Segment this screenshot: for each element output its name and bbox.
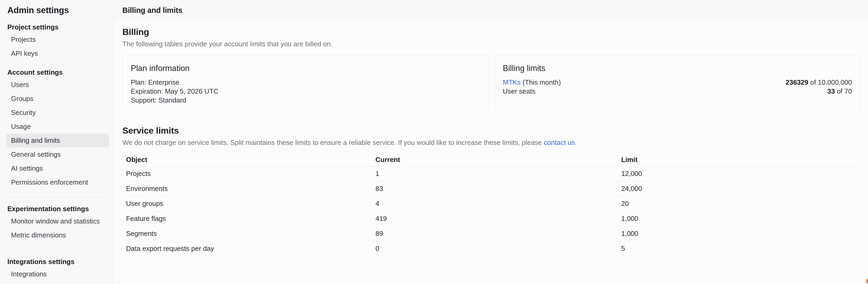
table-cell: 0: [375, 241, 621, 256]
sidebar-item-groups[interactable]: Groups: [6, 92, 109, 106]
sidebar-item-metric-dimensions[interactable]: Metric dimensions: [6, 228, 109, 242]
page-title: Billing and limits: [122, 6, 182, 15]
sidebar-item-billing-and-limits[interactable]: Billing and limits: [6, 134, 109, 147]
table-row-segments: Segments891,000: [126, 226, 860, 241]
table-cell: 89: [375, 226, 621, 241]
sidebar-item-monitor-window-and-statistics[interactable]: Monitor window and statistics: [6, 214, 109, 228]
billing-limit-rows: MTKs (This month)236329 of 10,000,000Use…: [503, 78, 852, 96]
sidebar-item-permissions-enforcement[interactable]: Permissions enforcement: [6, 175, 109, 189]
table-cell: Segments: [126, 226, 375, 241]
sidebar-section-header-account-settings: Account settings: [0, 67, 114, 78]
sidebar-item-integrations[interactable]: Integrations: [6, 267, 109, 281]
service-limits-heading: Service limits: [122, 125, 860, 136]
billing-heading: Billing: [122, 27, 860, 37]
billing-limit-label: User seats: [503, 87, 535, 96]
column-header-limit: Limit: [621, 153, 860, 166]
billing-limit-row: User seats33 of 70: [503, 87, 852, 96]
sidebar-section-experimentation-settings: Experimentation settingsMonitor window a…: [0, 203, 114, 242]
billing-description: The following tables provide your accoun…: [122, 40, 860, 48]
service-limits-description: We do not charge on service limits. Spli…: [122, 138, 860, 147]
table-cell: Data export requests per day: [126, 241, 375, 256]
billing-limit-value-number: 33: [827, 87, 835, 95]
sidebar-item-ai-settings[interactable]: AI settings: [6, 162, 109, 175]
main-area: Billing and limits Billing The following…: [114, 0, 868, 284]
sidebar-divider: [7, 197, 109, 197]
plan-info-lines: Plan: EnterpriseExpiration: May 5, 2026 …: [131, 78, 480, 105]
service-limits-description-period: .: [575, 139, 577, 146]
table-cell: Feature flags: [126, 211, 375, 226]
billing-limit-value-number: 236329: [785, 78, 808, 86]
plan-info-line: Expiration: May 5, 2026 UTC: [131, 87, 480, 96]
sidebar: Admin settings Project settingsProjectsA…: [0, 0, 114, 284]
billing-limits-title: Billing limits: [503, 64, 852, 73]
billing-section: Billing The following tables provide you…: [122, 27, 860, 110]
table-cell: 1,000: [621, 226, 860, 241]
plan-information-card: Plan information Plan: EnterpriseExpirat…: [122, 55, 488, 110]
sidebar-item-security[interactable]: Security: [6, 106, 109, 120]
topbar: Billing and limits: [114, 0, 868, 21]
service-limits-section: Service limits We do not charge on servi…: [122, 125, 860, 256]
sidebar-section-header-experimentation-settings: Experimentation settings: [0, 203, 114, 214]
sidebar-section-account-settings: Account settingsUsersGroupsSecurityUsage…: [0, 67, 114, 189]
billing-limits-card: Billing limits MTKs (This month)236329 o…: [494, 55, 860, 110]
plan-info-line: Support: Standard: [131, 96, 480, 105]
plan-information-title: Plan information: [131, 64, 480, 73]
billing-limit-row: MTKs (This month)236329 of 10,000,000: [503, 78, 852, 87]
sidebar-divider: [7, 250, 109, 250]
mtks-link[interactable]: MTKs: [503, 78, 521, 86]
service-limits-description-text: We do not charge on service limits. Spli…: [122, 139, 544, 146]
table-cell: 4: [375, 196, 621, 211]
table-cell: 5: [621, 241, 860, 256]
contact-us-link[interactable]: contact us: [544, 139, 575, 146]
billing-limit-label: MTKs (This month): [503, 78, 561, 87]
table-cell: 1: [375, 166, 621, 181]
sidebar-item-usage[interactable]: Usage: [6, 120, 109, 134]
service-limits-table: ObjectCurrentLimit Projects112,000Enviro…: [126, 153, 860, 256]
table-cell: 1,000: [621, 211, 860, 226]
sidebar-item-api-keys[interactable]: API keys: [6, 47, 109, 60]
sidebar-title: Admin settings: [0, 5, 114, 15]
billing-limit-value: 236329 of 10,000,000: [785, 78, 852, 87]
plan-info-line: Plan: Enterprise: [131, 78, 480, 87]
service-limits-body: Projects112,000Environments8324,000User …: [126, 166, 860, 256]
table-row-projects: Projects112,000: [126, 166, 860, 181]
table-row-feature-flags: Feature flags4191,000: [126, 211, 860, 226]
table-row-environments: Environments8324,000: [126, 181, 860, 196]
sidebar-sections: Project settingsProjectsAPI keysAccount …: [0, 22, 114, 281]
table-cell: 24,000: [621, 181, 860, 196]
table-cell: 12,000: [621, 166, 860, 181]
table-cell: Projects: [126, 166, 375, 181]
table-cell: 83: [375, 181, 621, 196]
sidebar-section-integrations-settings: Integrations settingsIntegrations: [0, 256, 114, 281]
table-cell: User groups: [126, 196, 375, 211]
column-header-current: Current: [375, 153, 621, 166]
sidebar-item-projects[interactable]: Projects: [6, 33, 109, 47]
column-header-object: Object: [126, 153, 375, 166]
sidebar-section-header-project-settings: Project settings: [0, 22, 114, 33]
admin-settings-page: Admin settings Project settingsProjectsA…: [0, 0, 868, 284]
service-limits-header-row: ObjectCurrentLimit: [126, 153, 860, 166]
table-row-data-export-requests-per-day: Data export requests per day05: [126, 241, 860, 256]
table-cell: 419: [375, 211, 621, 226]
billing-cards: Plan information Plan: EnterpriseExpirat…: [122, 55, 860, 110]
sidebar-section-header-integrations-settings: Integrations settings: [0, 256, 114, 267]
sidebar-item-general-settings[interactable]: General settings: [6, 147, 109, 162]
sidebar-section-project-settings: Project settingsProjectsAPI keys: [0, 22, 114, 60]
table-cell: Environments: [126, 181, 375, 196]
sidebar-item-users[interactable]: Users: [6, 78, 109, 92]
billing-limit-value: 33 of 70: [827, 87, 852, 96]
content: Billing The following tables provide you…: [114, 21, 868, 284]
table-row-user-groups: User groups420: [126, 196, 860, 211]
table-cell: 20: [621, 196, 860, 211]
